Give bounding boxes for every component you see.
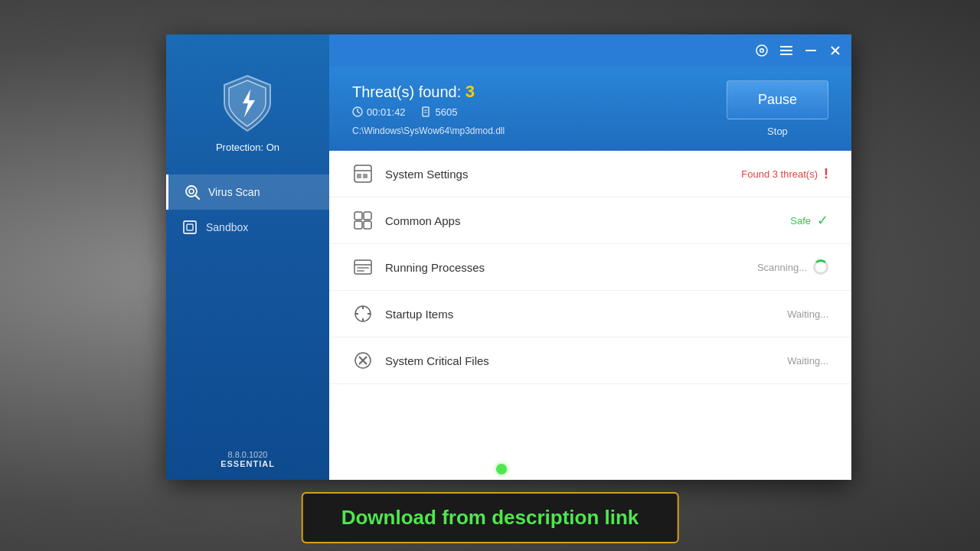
sidebar-nav: Virus Scan Sandbox — [166, 174, 329, 245]
protection-widget: Protection: On — [216, 73, 279, 153]
svg-rect-23 — [354, 165, 371, 182]
svg-rect-26 — [363, 174, 368, 178]
stop-link[interactable]: Stop — [767, 126, 788, 137]
svg-point-10 — [761, 50, 763, 52]
svg-rect-30 — [364, 221, 371, 229]
sidebar: Protection: On Virus Scan — [166, 34, 329, 480]
current-file-path: C:\Windows\SysWow64\mp3dmod.dll — [352, 126, 505, 136]
threat-icon: ! — [824, 166, 828, 182]
scan-item-startup-items: Startup Items Waiting... — [329, 291, 851, 337]
sidebar-item-virus-scan[interactable]: Virus Scan — [166, 174, 329, 210]
threats-count: 3 — [466, 82, 475, 101]
system-settings-label: System Settings — [385, 168, 730, 181]
svg-rect-34 — [357, 270, 364, 272]
sidebar-item-sandbox[interactable]: Sandbox — [166, 210, 329, 245]
download-banner[interactable]: Download from description link — [302, 492, 679, 543]
startup-items-status-text: Waiting... — [787, 308, 828, 320]
common-apps-icon — [352, 210, 374, 231]
safe-icon: ✓ — [817, 212, 828, 229]
virus-scan-icon — [184, 184, 201, 201]
main-content: Threat(s) found: 3 00:01:42 — [329, 34, 851, 480]
scan-stats: 00:01:42 5605 — [352, 106, 505, 118]
common-apps-status-text: Safe — [790, 215, 811, 227]
svg-rect-25 — [357, 174, 361, 178]
scan-item-system-settings: System Settings Found 3 threat(s) ! — [329, 151, 851, 197]
running-processes-icon — [352, 256, 374, 278]
svg-line-19 — [358, 112, 360, 113]
svg-rect-6 — [184, 221, 196, 233]
edition-label: ESSENTIAL — [220, 459, 275, 468]
sidebar-footer: 8.8.0.1020 ESSENTIAL — [220, 450, 275, 480]
svg-rect-28 — [364, 212, 371, 220]
scan-time: 00:01:42 — [367, 106, 406, 118]
system-critical-files-label: System Critical Files — [385, 354, 776, 367]
scan-item-common-apps: Common Apps Safe ✓ — [329, 197, 851, 244]
startup-items-status: Waiting... — [787, 308, 828, 320]
svg-rect-20 — [423, 107, 429, 116]
common-apps-label: Common Apps — [385, 214, 779, 227]
files-scanned: 5605 — [436, 106, 458, 118]
scan-header: Threat(s) found: 3 00:01:42 — [329, 67, 851, 151]
sandbox-icon — [181, 219, 198, 236]
running-processes-label: Running Processes — [385, 261, 746, 274]
svg-line-5 — [195, 195, 199, 199]
threats-found-label: Threat(s) found: 3 — [352, 82, 505, 102]
scan-items-list: System Settings Found 3 threat(s) ! Comm — [329, 151, 851, 480]
system-critical-files-status: Waiting... — [787, 355, 828, 367]
system-settings-status-text: Found 3 threat(s) — [741, 168, 818, 180]
close-button[interactable] — [827, 42, 844, 59]
titlebar — [329, 34, 851, 67]
scan-item-system-critical-files: System Critical Files Waiting... — [329, 337, 851, 384]
svg-rect-29 — [354, 221, 362, 229]
pause-button[interactable]: Pause — [727, 80, 828, 119]
svg-rect-33 — [357, 267, 369, 269]
minimize-button[interactable] — [802, 42, 819, 59]
startup-items-icon — [352, 303, 374, 324]
system-settings-status: Found 3 threat(s) ! — [741, 166, 828, 182]
startup-items-label: Startup Items — [385, 308, 776, 321]
scanning-spinner — [813, 259, 828, 275]
menu-button[interactable] — [778, 42, 795, 59]
common-apps-status: Safe ✓ — [790, 212, 828, 229]
system-critical-files-icon — [352, 350, 374, 371]
files-stat: 5605 — [421, 106, 458, 118]
sidebar-item-sandbox-label: Sandbox — [206, 221, 248, 233]
version-label: 8.8.0.1020 — [220, 450, 275, 459]
shield-icon — [220, 73, 275, 134]
theme-button[interactable] — [753, 42, 770, 59]
running-processes-status-text: Scanning... — [757, 262, 807, 273]
sidebar-item-virus-scan-label: Virus Scan — [208, 186, 260, 198]
svg-rect-7 — [187, 224, 193, 230]
svg-point-4 — [189, 189, 194, 194]
protection-status-label: Protection: On — [216, 142, 279, 153]
system-critical-files-status-text: Waiting... — [787, 355, 828, 367]
svg-rect-27 — [354, 212, 362, 220]
scan-info: Threat(s) found: 3 00:01:42 — [352, 82, 505, 136]
main-window: Protection: On Virus Scan — [166, 34, 851, 480]
download-banner-text: Download from description link — [341, 506, 639, 529]
cursor-indicator — [496, 464, 507, 474]
running-processes-status: Scanning... — [757, 259, 828, 275]
system-settings-icon — [352, 163, 374, 184]
scan-item-running-processes: Running Processes Scanning... — [329, 244, 851, 291]
time-stat: 00:01:42 — [352, 106, 406, 118]
